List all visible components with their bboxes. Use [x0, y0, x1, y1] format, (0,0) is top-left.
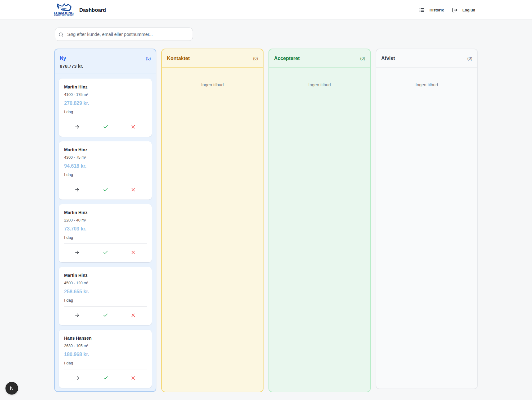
svg-text:RIGTIG ISOLERING: RIGTIG ISOLERING [54, 14, 73, 16]
